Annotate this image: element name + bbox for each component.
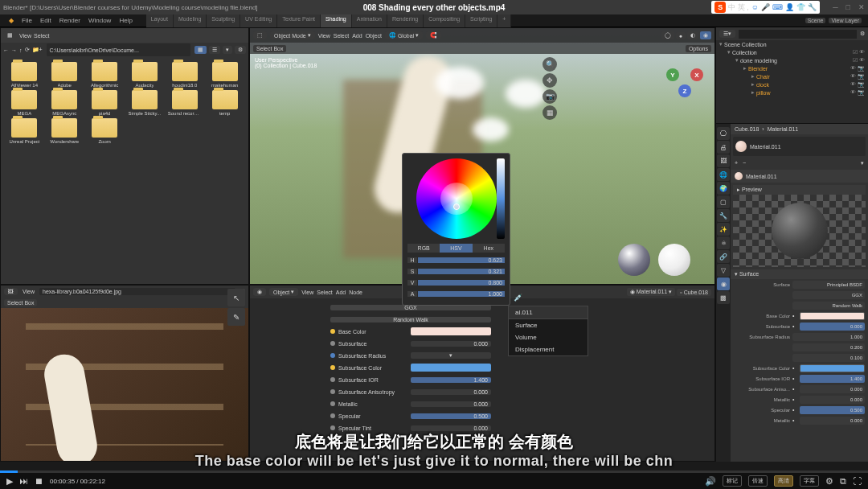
- fb-sort-icon[interactable]: ▾: [223, 46, 232, 54]
- se-material-link[interactable]: ◉ Material.011 ▾: [627, 288, 675, 296]
- ie-tool-cursor[interactable]: ↖: [227, 289, 245, 306]
- cp-tab-hsv[interactable]: HSV: [440, 244, 472, 253]
- shading-solid-icon[interactable]: ●: [676, 32, 686, 39]
- se-editor-type[interactable]: ◉: [253, 288, 266, 296]
- folder-item[interactable]: MEGA: [6, 90, 43, 116]
- ie-tool-annotate[interactable]: ✎: [227, 308, 245, 326]
- fb-view-menu[interactable]: View: [19, 33, 31, 39]
- keyboard-icon[interactable]: ⌨: [772, 3, 783, 11]
- workspace-layout[interactable]: Layout: [146, 14, 174, 27]
- maximize-icon[interactable]: □: [846, 3, 850, 11]
- ie-image-name[interactable]: hexa-library.b0a04125f9d0e.jpg: [39, 288, 235, 295]
- outliner-item[interactable]: ▾Scene Collection: [716, 40, 868, 48]
- workspace-sculpting[interactable]: Sculpting: [207, 14, 240, 27]
- value-slider[interactable]: [497, 158, 505, 239]
- quality-button[interactable]: 高清: [774, 475, 793, 487]
- menu-window[interactable]: Window: [86, 17, 113, 24]
- workspace-shading[interactable]: Shading: [321, 14, 352, 27]
- snap-icon[interactable]: 🧲: [426, 31, 441, 39]
- folder-item[interactable]: makehuman: [206, 62, 244, 88]
- vp-menu-select[interactable]: Select: [334, 33, 349, 39]
- workspace-animation[interactable]: Animation: [352, 14, 387, 27]
- subtitle-button[interactable]: 字幕: [800, 475, 819, 487]
- folder-item[interactable]: Adobe: [46, 62, 84, 88]
- stop-button[interactable]: ⏹: [35, 476, 43, 486]
- folder-item[interactable]: houdini18.0: [166, 62, 203, 88]
- person-icon[interactable]: 👤: [785, 3, 794, 11]
- pip-icon[interactable]: ⧉: [840, 476, 846, 487]
- ctx-volume[interactable]: Volume: [509, 331, 588, 343]
- tab-physics[interactable]: ⚛: [717, 236, 730, 249]
- slot-add-icon[interactable]: +: [733, 158, 739, 168]
- outliner-item[interactable]: ▸Chair👁 📷: [716, 72, 868, 80]
- material-preview[interactable]: [733, 195, 866, 267]
- workspace-compositing[interactable]: Compositing: [424, 14, 465, 27]
- tab-particles[interactable]: ✨: [717, 223, 730, 236]
- ctx-surface[interactable]: Surface: [509, 319, 588, 331]
- outliner-item[interactable]: ▾Collection☑ 👁: [716, 48, 868, 56]
- emoji-icon[interactable]: ☺: [751, 3, 759, 11]
- menu-help[interactable]: Help: [117, 17, 134, 24]
- folder-item[interactable]: Allegorithmic: [86, 62, 124, 88]
- color-cursor[interactable]: [453, 203, 460, 210]
- tab-viewlayer[interactable]: 🖼: [717, 154, 730, 167]
- surface-shader-dropdown[interactable]: Principled BSDF: [792, 281, 865, 289]
- r-ggx[interactable]: GGX: [792, 291, 865, 299]
- fb-path-field[interactable]: C:\Users\akibri\OneDrive\Docume...: [47, 43, 190, 56]
- preview-header[interactable]: ▸ Preview: [733, 185, 866, 195]
- tab-output[interactable]: 🖨: [717, 141, 730, 154]
- se-type[interactable]: Object ▾: [269, 288, 298, 296]
- tab-material[interactable]: ◉: [717, 277, 730, 290]
- fb-display-mode[interactable]: ▦: [3, 31, 17, 39]
- cp-row-V[interactable]: V0.800: [407, 277, 505, 287]
- se-view-menu[interactable]: View: [301, 290, 313, 295]
- nav-gizmo[interactable]: X Y Z: [666, 60, 706, 101]
- next-button[interactable]: ⏭: [19, 476, 28, 486]
- ie-view-menu[interactable]: View: [23, 289, 35, 294]
- material-slot[interactable]: Material.011: [733, 137, 866, 156]
- vp-options[interactable]: Options: [686, 45, 711, 52]
- shading-rendered-icon[interactable]: ◉: [700, 31, 711, 39]
- speed-button[interactable]: 倍速: [748, 475, 768, 487]
- ie-editor-type[interactable]: 🖼: [4, 288, 18, 295]
- color-wheel[interactable]: [416, 158, 497, 239]
- bc-material[interactable]: Material.011: [768, 126, 799, 132]
- se-select-menu[interactable]: Select: [317, 290, 332, 295]
- volume-icon[interactable]: 🔊: [705, 476, 716, 487]
- transform-orientation[interactable]: 🌐 Global ▾: [385, 31, 423, 39]
- outliner-item[interactable]: ▾done modeling☑ 👁: [716, 56, 868, 64]
- workspace-scripting[interactable]: Scripting: [465, 14, 497, 27]
- menu-edit[interactable]: Edit: [38, 17, 54, 24]
- ctx-displacement[interactable]: Displacement: [509, 343, 588, 355]
- cp-row-A[interactable]: A1.000: [407, 289, 505, 298]
- sogou-ime-bar[interactable]: S 中 英 , ☺ 🎤 ⌨ 👤 👕 🔧: [711, 1, 820, 14]
- wrench-icon[interactable]: 🔧: [808, 3, 817, 11]
- outliner-search[interactable]: [739, 30, 857, 39]
- tab-scene[interactable]: 🌐: [717, 168, 730, 181]
- outliner-item[interactable]: ▸pillow👁 📷: [716, 88, 868, 97]
- fb-select-menu[interactable]: Select: [34, 33, 49, 39]
- vp-editor-type[interactable]: ⬚: [253, 31, 267, 39]
- folder-item[interactable]: Zoom: [86, 118, 124, 144]
- tab-constraints[interactable]: 🔗: [717, 250, 730, 263]
- close-icon[interactable]: ✕: [858, 3, 865, 11]
- menu-render[interactable]: Render: [57, 17, 83, 24]
- tab-modifiers[interactable]: 🔧: [717, 209, 730, 222]
- se-object-link[interactable]: ▫ Cube.018: [677, 289, 711, 296]
- folder-item[interactable]: Simple Sticky...: [125, 90, 163, 116]
- ie-selectbox[interactable]: Select Box: [4, 299, 37, 306]
- fb-filter-icon[interactable]: ⚙: [235, 46, 246, 54]
- cp-row-S[interactable]: S0.321: [407, 266, 505, 276]
- bc-cube[interactable]: Cube.018: [735, 126, 759, 132]
- marker-button[interactable]: 标记: [723, 475, 742, 487]
- workspace-rendering[interactable]: Rendering: [387, 14, 424, 27]
- workspace-uv-editing[interactable]: UV Editing: [240, 14, 277, 27]
- refresh-icon[interactable]: ⟳: [25, 47, 30, 53]
- blender-logo-icon[interactable]: ◆: [6, 17, 16, 24]
- tab-render[interactable]: 🖵: [717, 127, 730, 140]
- fb-thumbnail-icon[interactable]: ▦: [194, 46, 207, 54]
- outliner-item[interactable]: ▸clock👁 📷: [716, 80, 868, 88]
- folder-item[interactable]: Wondershare: [46, 118, 84, 144]
- randomwalk-dropdown[interactable]: Random Walk: [330, 317, 491, 323]
- folder-item[interactable]: pia4d: [86, 90, 124, 116]
